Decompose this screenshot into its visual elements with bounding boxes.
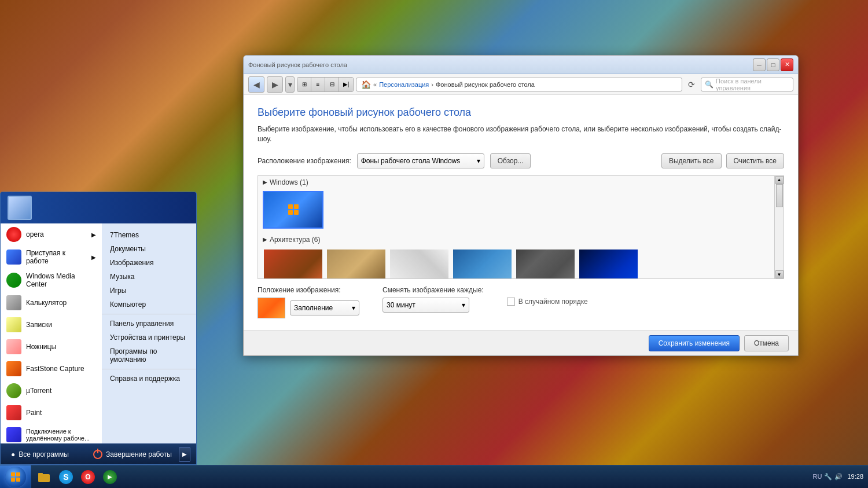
opera-arrow: ▶ [91, 232, 96, 238]
back-button[interactable]: ◀ [248, 76, 264, 93]
taskbar-icon-skype[interactable]: S [56, 467, 76, 487]
position-select[interactable]: Заполнение ▾ [290, 300, 359, 315]
start-orb [5, 467, 26, 487]
forward-button[interactable]: ▶ [267, 76, 283, 93]
taskbar-icon-explorer[interactable] [34, 467, 54, 487]
group-windows-arrow: ▶ [263, 179, 267, 185]
calc-icon [6, 295, 21, 310]
save-button[interactable]: Сохранить изменения [649, 335, 740, 351]
taskbar-icon-opera[interactable]: O [78, 467, 98, 487]
menu-item-notes[interactable]: Записки [1, 314, 102, 336]
menu-item-calc[interactable]: Калькулятор [1, 292, 102, 314]
view-small-icon[interactable]: ⊞ [297, 78, 311, 91]
right-item-control-panel[interactable]: Панель управления [102, 317, 196, 331]
svg-rect-9 [38, 473, 43, 475]
view-preview[interactable]: ▶| [339, 78, 353, 91]
right-item-images[interactable]: Изображения [102, 256, 196, 270]
shutdown-arrow-icon: ▶ [182, 451, 187, 457]
scroll-thumb[interactable] [776, 184, 783, 207]
power-icon [93, 450, 102, 459]
rdp-label: Подключение к удалённому рабоче... [26, 428, 96, 442]
search-box[interactable]: 🔍 Поиск в панели управления [701, 78, 793, 91]
right-separator [102, 314, 196, 314]
address-bar-icon: 🏠 [361, 80, 371, 89]
breadcrumb-sep1: « [373, 81, 377, 88]
faststone-icon [6, 361, 21, 376]
menu-item-rdp[interactable]: Подключение к удалённому рабоче... [1, 424, 102, 446]
right-item-7themes[interactable]: 7Themes [102, 228, 196, 242]
wallpaper-item-arch4[interactable] [452, 248, 513, 278]
svg-rect-1 [294, 204, 299, 209]
clear-all-button[interactable]: Очистить все [726, 153, 784, 168]
menu-item-utorrent[interactable]: µTorrent [1, 380, 102, 402]
random-checkbox[interactable] [507, 298, 515, 306]
position-dropdown-arrow: ▾ [352, 304, 355, 312]
cancel-button[interactable]: Отмена [744, 335, 789, 351]
utorrent-icon [6, 383, 21, 398]
network-icon: 🔧 [824, 473, 832, 480]
right-item-music[interactable]: Музыка [102, 270, 196, 284]
wallpaper-item-arch3[interactable] [389, 248, 450, 278]
position-value: Заполнение [294, 304, 333, 312]
maximize-button[interactable]: □ [767, 58, 779, 71]
group-windows-header[interactable]: ▶ Windows (1) [258, 176, 774, 189]
menu-item-paint[interactable]: Paint [1, 402, 102, 424]
notes-icon [6, 317, 21, 332]
taskbar-icon-wmc[interactable]: ▶ [100, 467, 120, 487]
right-item-games[interactable]: Игры [102, 284, 196, 298]
position-preview-image [258, 298, 285, 318]
svg-rect-4 [11, 472, 15, 476]
right-separator2 [102, 369, 196, 369]
slideshow-dropdown-arrow: ▾ [462, 301, 465, 309]
location-select[interactable]: Фоны рабочего стола Windows ▾ [357, 153, 484, 168]
scroll-track [775, 184, 784, 270]
menu-item-work[interactable]: Приступая к работе ▶ [1, 245, 102, 269]
wallpaper-item-arch6[interactable] [578, 248, 639, 278]
dropdown-button[interactable]: ▾ [285, 76, 295, 93]
location-label: Расположение изображения: [258, 157, 351, 165]
wallpaper-item-arch1[interactable] [263, 248, 323, 278]
view-list[interactable]: ≡ [311, 78, 325, 91]
wallpaper-item-arch5[interactable] [515, 248, 576, 278]
wmc-icon [6, 273, 21, 288]
breadcrumb-personalization[interactable]: Персонализация [379, 81, 429, 88]
taskbar-right: RU 🔧 🔊 19:28 [813, 472, 868, 480]
close-button[interactable]: ✕ [781, 58, 793, 71]
select-all-button[interactable]: Выделить все [661, 153, 722, 168]
menu-item-wmc[interactable]: Windows Media Center [1, 269, 102, 292]
group-arch-header[interactable]: ▶ Архитектура (6) [258, 233, 774, 246]
menu-item-scissors[interactable]: Ножницы [1, 336, 102, 358]
browse-button[interactable]: Обзор... [490, 153, 531, 168]
right-item-computer[interactable]: Компьютер [102, 298, 196, 311]
right-item-help[interactable]: Справка и поддержка [102, 372, 196, 386]
slideshow-select[interactable]: 30 минут ▾ [382, 298, 469, 313]
system-tray: RU 🔧 🔊 [813, 473, 843, 480]
position-section: Положение изображения: Заполнение ▾ [258, 286, 359, 318]
all-programs-button[interactable]: ● Все программы [6, 449, 73, 460]
menu-item-faststone[interactable]: FastStone Capture [1, 358, 102, 380]
wallpaper-thumb-arch6 [579, 249, 638, 278]
view-details[interactable]: ⊟ [325, 78, 339, 91]
control-panel-window: Фоновый рисунок рабочего стола ─ □ ✕ ◀ ▶… [243, 55, 799, 356]
right-item-devices[interactable]: Устройства и принтеры [102, 331, 196, 344]
wallpaper-thumb-win [264, 192, 322, 228]
start-menu-right: 7Themes Документы Изображения Музыка Игр… [102, 223, 196, 443]
wallpaper-item-win[interactable] [263, 191, 323, 229]
menu-item-opera[interactable]: opera ▶ [1, 223, 102, 245]
right-item-documents[interactable]: Документы [102, 242, 196, 256]
scrollbar[interactable]: ▲ ▼ [774, 176, 784, 278]
right-item-defaults[interactable]: Программы по умолчанию [102, 344, 196, 366]
start-button[interactable] [0, 465, 31, 489]
faststone-label: FastStone Capture [26, 365, 84, 373]
scroll-down-button[interactable]: ▼ [775, 270, 784, 278]
refresh-button[interactable]: ⟳ [685, 78, 698, 91]
wallpaper-item-arch2[interactable] [326, 248, 387, 278]
minimize-button[interactable]: ─ [753, 58, 766, 71]
shutdown-arrow-button[interactable]: ▶ [179, 447, 190, 462]
scroll-up-button[interactable]: ▲ [775, 176, 784, 184]
svg-rect-7 [16, 478, 20, 482]
random-label: В случайном порядке [518, 298, 588, 306]
user-avatar [8, 196, 32, 220]
shutdown-label: Завершение работы [106, 450, 172, 458]
shutdown-button[interactable]: Завершение работы [89, 448, 176, 461]
